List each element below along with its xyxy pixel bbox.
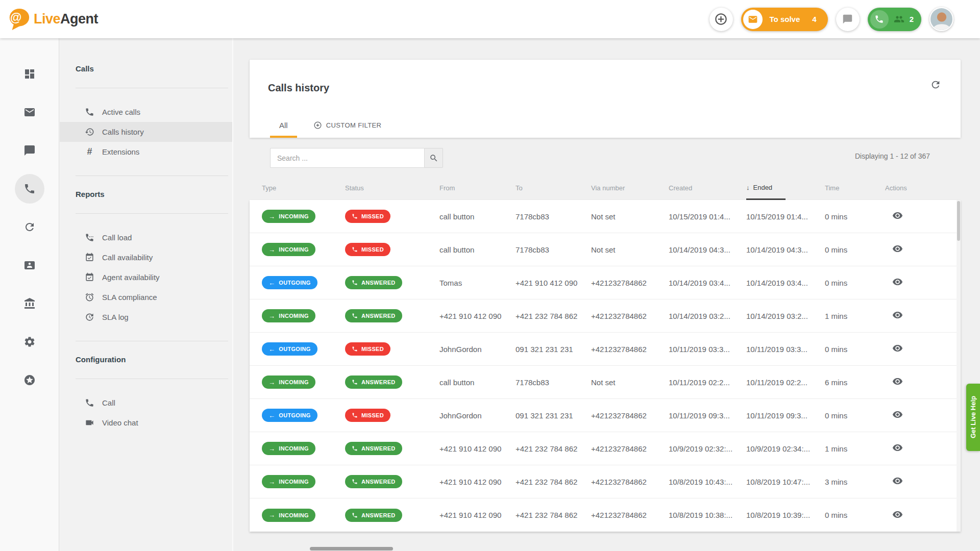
videocam-icon xyxy=(85,418,94,428)
sidebar-item-calls[interactable] xyxy=(15,174,44,204)
to-cell: 091 321 231 231 xyxy=(516,345,591,354)
time-cell: 1 mins xyxy=(825,312,885,320)
to-cell: +421 910 412 090 xyxy=(516,279,591,287)
view-call-button[interactable] xyxy=(890,341,905,357)
nav-item-active-calls[interactable]: Active calls xyxy=(60,102,232,122)
nav-item-agent-availability[interactable]: Agent availability xyxy=(60,267,232,287)
view-call-button[interactable] xyxy=(890,473,905,490)
nav-item-sla-log[interactable]: SLA log xyxy=(60,307,232,327)
search-button[interactable] xyxy=(424,148,443,168)
nav-item-call-availability[interactable]: Call availability xyxy=(60,247,232,267)
horizontal-scrollbar-thumb[interactable] xyxy=(310,547,393,550)
eye-icon xyxy=(892,343,903,354)
table-row[interactable]: ←OUTGOING MISSED JohnGordon 091 321 231 … xyxy=(250,399,961,432)
table-row[interactable]: ←OUTGOING MISSED JohnGordon 091 321 231 … xyxy=(250,333,961,366)
sidebar-item-starred[interactable] xyxy=(15,365,44,395)
clock-update-icon xyxy=(85,312,94,322)
to-cell: +421 232 784 862 xyxy=(516,312,591,320)
created-cell: 10/14/2019 04:3... xyxy=(669,245,746,254)
nav-item-calls-history[interactable]: Calls history xyxy=(60,122,232,142)
sidebar-item-tickets[interactable] xyxy=(15,97,44,127)
sidebar-item-departments[interactable] xyxy=(15,289,44,318)
sidebar-item-dashboard[interactable] xyxy=(15,59,44,89)
search-input[interactable] xyxy=(270,148,424,168)
nav-item-extensions[interactable]: # Extensions xyxy=(60,142,232,162)
table-row[interactable]: →INCOMING MISSED call button 7178cb83 No… xyxy=(250,233,961,266)
nav-item-call-config[interactable]: Call xyxy=(60,393,232,413)
chat-bubble-icon xyxy=(842,14,853,24)
history-icon xyxy=(85,127,94,137)
from-cell: JohnGordon xyxy=(439,411,516,420)
column-header-status[interactable]: Status xyxy=(345,176,439,200)
table-row[interactable]: →INCOMING ANSWERED +421 910 412 090 +421… xyxy=(250,498,961,532)
liveagent-logo: @ LiveAgent xyxy=(7,7,98,31)
nav-item-sla-compliance[interactable]: SLA compliance xyxy=(60,287,232,307)
view-call-button[interactable] xyxy=(890,274,905,291)
to-cell: 7178cb83 xyxy=(516,245,591,254)
sidebar-item-customers[interactable] xyxy=(15,251,44,280)
created-cell: 10/8/2019 10:43:... xyxy=(669,478,746,486)
view-call-button[interactable] xyxy=(890,507,905,523)
sidebar-item-chats[interactable] xyxy=(15,136,44,165)
hash-icon: # xyxy=(85,146,94,157)
time-cell: 0 mins xyxy=(825,345,885,354)
time-cell: 0 mins xyxy=(825,511,885,519)
tab-all[interactable]: All xyxy=(270,113,297,138)
page-title: Calls history xyxy=(268,82,329,94)
phone-icon xyxy=(352,479,358,485)
call-type-badge: →INCOMING xyxy=(262,509,315,522)
created-cell: 10/9/2019 02:32:... xyxy=(669,444,746,453)
chat-button[interactable] xyxy=(836,8,860,31)
divider xyxy=(76,176,228,176)
direction-arrow-icon: ← xyxy=(268,280,275,286)
table-row[interactable]: →INCOMING ANSWERED +421 910 412 090 +421… xyxy=(250,432,961,465)
direction-arrow-icon: → xyxy=(268,313,275,319)
time-cell: 0 mins xyxy=(825,279,885,287)
column-header-type[interactable]: Type xyxy=(262,176,345,200)
nav-item-label: Active calls xyxy=(102,108,140,116)
refresh-button[interactable] xyxy=(930,79,941,92)
scrollbar-thumb[interactable] xyxy=(957,201,960,241)
view-call-button[interactable] xyxy=(890,440,905,457)
column-header-via[interactable]: Via number xyxy=(591,176,669,200)
agents-online-button[interactable]: 2 xyxy=(868,8,921,31)
phone-icon xyxy=(352,412,358,418)
star-circle-icon xyxy=(23,374,36,386)
get-live-help-tab[interactable]: Get Live Help xyxy=(966,384,980,451)
from-cell: +421 910 412 090 xyxy=(439,444,516,453)
view-call-button[interactable] xyxy=(890,308,905,324)
created-cell: 10/11/2019 02:2... xyxy=(669,378,746,387)
refresh-icon xyxy=(930,79,941,90)
eye-icon xyxy=(892,475,903,486)
ended-cell: 10/15/2019 01:4... xyxy=(746,212,825,221)
column-header-created[interactable]: Created xyxy=(669,176,746,200)
column-header-to[interactable]: To xyxy=(516,176,591,200)
view-call-button[interactable] xyxy=(890,241,905,258)
eye-icon xyxy=(892,277,903,287)
table-row[interactable]: →INCOMING ANSWERED +421 910 412 090 +421… xyxy=(250,299,961,333)
column-header-ended[interactable]: ↓ Ended xyxy=(746,176,825,200)
nav-item-video-chat[interactable]: Video chat xyxy=(60,413,232,433)
table-row[interactable]: →INCOMING MISSED call button 7178cb83 No… xyxy=(250,200,961,233)
logo-bubble-icon: @ xyxy=(7,7,31,31)
eye-icon xyxy=(892,210,903,221)
table-row[interactable]: →INCOMING ANSWERED +421 910 412 090 +421… xyxy=(250,465,961,498)
to-solve-button[interactable]: To solve 4 xyxy=(741,8,828,31)
view-call-button[interactable] xyxy=(890,407,905,423)
tab-custom-filter[interactable]: CUSTOM FILTER xyxy=(310,113,385,138)
logo-text: LiveAgent xyxy=(34,11,98,27)
view-call-button[interactable] xyxy=(890,374,905,390)
column-header-from[interactable]: From xyxy=(439,176,516,200)
add-new-button[interactable] xyxy=(709,8,733,31)
table-row[interactable]: →INCOMING ANSWERED call button 7178cb83 … xyxy=(250,366,961,399)
via-number-cell: Not set xyxy=(591,212,669,221)
via-number-cell: +421232784862 xyxy=(591,279,669,287)
nav-item-call-load[interactable]: Call load xyxy=(60,228,232,247)
user-avatar[interactable] xyxy=(929,7,953,31)
table-row[interactable]: ←OUTGOING ANSWERED Tomas +421 910 412 09… xyxy=(250,266,961,299)
sidebar-item-settings[interactable] xyxy=(15,327,44,357)
view-call-button[interactable] xyxy=(890,208,905,224)
sidebar-item-automation[interactable] xyxy=(15,212,44,242)
vertical-scrollbar[interactable] xyxy=(957,200,961,532)
column-header-time[interactable]: Time xyxy=(825,176,885,200)
